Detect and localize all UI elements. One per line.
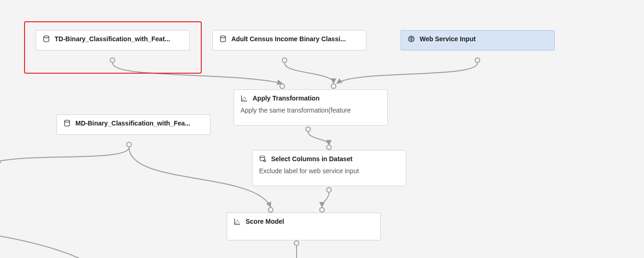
scatter-icon (234, 218, 241, 225)
port-score-in2[interactable] (319, 207, 325, 213)
edge-td-out-to-apply-in1 (112, 63, 282, 83)
dataset-gear-icon (259, 155, 266, 163)
scatter-icon (241, 94, 248, 102)
port-apply-out[interactable] (305, 126, 311, 132)
edge-md-out-to-score-in1 (129, 147, 271, 207)
pipeline-canvas[interactable]: TD-Binary_Classification_with_Feat... Ad… (0, 0, 644, 258)
edge-md-out-to-offleft1 (0, 147, 129, 162)
port-score-in1[interactable] (268, 207, 273, 213)
port-adult-out[interactable] (282, 57, 287, 63)
port-score-out[interactable] (294, 240, 299, 246)
svg-point-4 (242, 99, 243, 100)
globe-icon (408, 35, 415, 43)
node-title: Adult Census Income Binary Classi... (231, 35, 346, 43)
node-web-service-input[interactable]: Web Service Input (401, 30, 555, 50)
svg-point-0 (44, 36, 49, 38)
node-md-binary-classification[interactable]: MD-Binary_Classification_with_Fea... (56, 114, 211, 135)
node-apply-transformation[interactable]: Apply Transformation Apply the same tran… (234, 89, 388, 126)
port-td-out[interactable] (110, 57, 115, 63)
port-apply-in1[interactable] (279, 83, 285, 89)
node-title: Web Service Input (420, 35, 476, 43)
node-subtitle: Apply the same transformation(feature (241, 107, 381, 114)
node-title: Apply Transformation (253, 94, 320, 102)
port-apply-in2[interactable] (331, 83, 336, 89)
node-td-binary-classification[interactable]: TD-Binary_Classification_with_Feat... (36, 30, 190, 50)
svg-point-7 (260, 156, 265, 158)
node-title: MD-Binary_Classification_with_Fea... (75, 120, 190, 127)
svg-point-9 (235, 222, 236, 223)
node-score-model[interactable]: Score Model (227, 213, 381, 240)
edge-select-out-to-score-in2 (322, 193, 329, 207)
svg-point-6 (245, 98, 246, 99)
svg-point-5 (244, 97, 245, 98)
edge-offleft2-to-offleft2b (0, 235, 79, 258)
edge-apply-out-to-select-in (308, 132, 329, 145)
edge-adult-out-to-apply-in2 (285, 63, 334, 83)
node-subtitle: Exclude label for web service input (259, 167, 399, 175)
node-title: Select Columns in Dataset (271, 155, 353, 163)
node-title: Score Model (246, 218, 284, 225)
node-select-columns-in-dataset[interactable]: Select Columns in Dataset Exclude label … (252, 150, 406, 186)
port-select-out[interactable] (326, 187, 332, 193)
port-select-in[interactable] (326, 145, 332, 150)
svg-point-1 (221, 36, 226, 38)
node-adult-census-income[interactable]: Adult Census Income Binary Classi... (212, 30, 366, 50)
port-ws-out[interactable] (475, 57, 480, 63)
port-md-out[interactable] (126, 142, 132, 147)
database-icon (219, 35, 227, 43)
svg-point-11 (238, 221, 239, 222)
database-icon (43, 35, 50, 43)
database-icon (63, 120, 71, 127)
svg-point-3 (65, 120, 70, 122)
node-title: TD-Binary_Classification_with_Feat... (55, 35, 170, 43)
svg-point-10 (237, 220, 238, 221)
edge-ws-out-to-apply-in2 (337, 63, 477, 83)
